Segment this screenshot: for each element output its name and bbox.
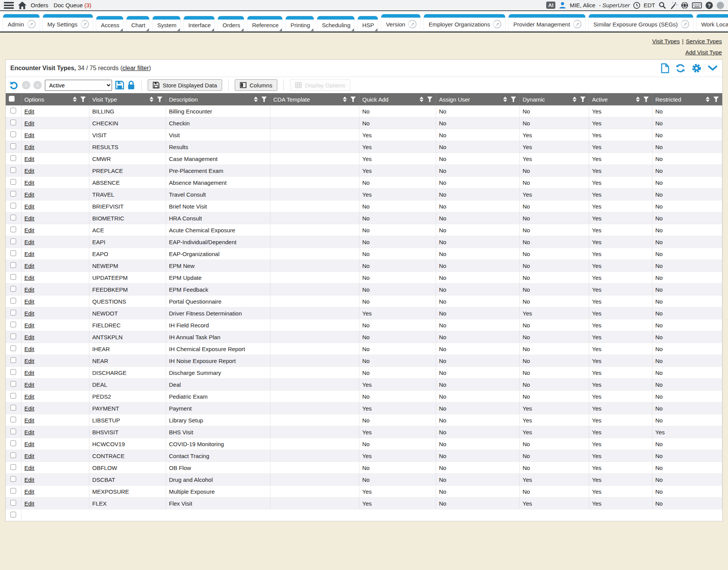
sort-icon[interactable]: [420, 97, 423, 102]
edit-link[interactable]: Edit: [25, 405, 35, 412]
refresh-icon[interactable]: [675, 64, 685, 73]
service-types-link[interactable]: Service Types: [686, 38, 722, 44]
sort-icon[interactable]: [254, 97, 258, 102]
filter-icon[interactable]: [351, 97, 356, 102]
select-all-checkbox[interactable]: [9, 96, 15, 102]
edit-link[interactable]: Edit: [25, 500, 35, 507]
open-in-new-icon[interactable]: ↗: [408, 20, 417, 28]
tab-my-settings[interactable]: My Settings↗: [43, 14, 93, 31]
open-in-new-icon[interactable]: ↗: [573, 20, 581, 28]
sort-icon[interactable]: [150, 97, 153, 102]
edit-link[interactable]: Edit: [25, 239, 35, 245]
column-label[interactable]: Active: [592, 96, 634, 103]
filter-icon[interactable]: [157, 97, 163, 102]
filter-icon[interactable]: [81, 97, 86, 102]
crumb-orders[interactable]: Orders: [31, 2, 48, 8]
edit-link[interactable]: Edit: [25, 156, 35, 162]
row-checkbox[interactable]: [10, 274, 16, 280]
edit-link[interactable]: Edit: [25, 488, 35, 495]
hamburger-menu-icon[interactable]: [4, 2, 14, 9]
row-checkbox[interactable]: [10, 345, 16, 351]
filter-icon[interactable]: [511, 97, 516, 102]
edit-link[interactable]: Edit: [25, 465, 35, 471]
filter-icon[interactable]: [580, 97, 586, 102]
row-checkbox[interactable]: [10, 452, 16, 458]
row-checkbox[interactable]: [10, 215, 16, 220]
edit-link[interactable]: Edit: [25, 203, 35, 210]
tab-hsp[interactable]: HSP: [358, 16, 378, 31]
edit-link[interactable]: Edit: [25, 215, 35, 222]
row-checkbox[interactable]: [10, 464, 16, 470]
tab-chart[interactable]: Chart: [127, 16, 149, 31]
row-checkbox[interactable]: [10, 238, 16, 244]
edit-link[interactable]: Edit: [25, 251, 35, 257]
row-checkbox[interactable]: [10, 488, 16, 494]
edit-link[interactable]: Edit: [25, 310, 35, 317]
column-label[interactable]: Restricted: [656, 96, 704, 103]
row-checkbox[interactable]: [10, 476, 16, 482]
undo-icon[interactable]: [9, 80, 19, 90]
row-checkbox[interactable]: [10, 298, 16, 304]
ai-badge[interactable]: AI: [546, 2, 555, 9]
edit-link[interactable]: Edit: [25, 191, 35, 198]
gear-icon[interactable]: [692, 63, 702, 73]
new-document-icon[interactable]: [661, 63, 669, 73]
wand-icon[interactable]: [670, 2, 677, 9]
sort-icon[interactable]: [343, 97, 347, 102]
row-checkbox[interactable]: [10, 440, 16, 446]
edit-link[interactable]: Edit: [25, 417, 35, 424]
row-checkbox[interactable]: [10, 500, 16, 506]
row-checkbox[interactable]: [10, 322, 16, 327]
edit-link[interactable]: Edit: [25, 358, 35, 364]
edit-link[interactable]: Edit: [25, 453, 35, 459]
open-in-new-icon[interactable]: ↗: [681, 20, 689, 28]
filter-icon[interactable]: [262, 97, 267, 102]
display-options-button[interactable]: Display Options: [290, 79, 350, 91]
row-checkbox[interactable]: [10, 310, 16, 315]
row-checkbox[interactable]: [10, 357, 16, 363]
tab-system[interactable]: System: [153, 16, 180, 31]
save-filter-icon[interactable]: [115, 80, 124, 90]
row-checkbox[interactable]: [10, 405, 16, 411]
filter-icon[interactable]: [713, 97, 719, 102]
row-checkbox[interactable]: [10, 286, 16, 292]
user-icon[interactable]: [559, 2, 566, 9]
collapse-chevron-icon[interactable]: [708, 65, 718, 71]
tab-printing[interactable]: Printing: [286, 16, 314, 31]
tab-similar-exposure-groups-segs-[interactable]: Similar Exposure Groups (SEGs)↗: [589, 14, 693, 31]
row-checkbox[interactable]: [10, 250, 16, 256]
sort-icon[interactable]: [503, 97, 507, 102]
open-in-new-icon[interactable]: ↗: [27, 20, 36, 28]
column-label[interactable]: Quick Add: [362, 96, 417, 103]
tab-version[interactable]: Version↗: [381, 14, 420, 31]
prev-page-button[interactable]: ‹: [22, 81, 30, 89]
edit-link[interactable]: Edit: [25, 168, 35, 174]
help-icon[interactable]: ?: [705, 2, 713, 9]
home-icon[interactable]: [18, 1, 27, 10]
keyboard-icon[interactable]: [692, 2, 702, 9]
tab-scheduling[interactable]: Scheduling: [317, 16, 354, 31]
edit-link[interactable]: Edit: [25, 227, 35, 233]
sort-icon[interactable]: [73, 97, 77, 102]
column-label[interactable]: Visit Type: [92, 96, 147, 103]
user-name[interactable]: MIE, Alice: [570, 2, 595, 8]
status-filter-select[interactable]: Active: [45, 80, 112, 91]
crumb-doc-queue[interactable]: Doc Queue (3): [54, 2, 91, 8]
edit-link[interactable]: Edit: [25, 120, 35, 126]
row-checkbox[interactable]: [10, 191, 16, 197]
tab-access[interactable]: Access: [96, 16, 123, 31]
row-checkbox[interactable]: [10, 155, 16, 161]
columns-button[interactable]: Columns: [235, 79, 277, 91]
tab-employer-organizations[interactable]: Employer Organizations↗: [424, 14, 505, 31]
row-checkbox[interactable]: [10, 333, 16, 339]
globe-icon[interactable]: [681, 2, 688, 9]
tab-provider-management[interactable]: Provider Management↗: [509, 14, 585, 31]
edit-link[interactable]: Edit: [25, 144, 35, 150]
tab-reference[interactable]: Reference: [247, 16, 282, 31]
edit-link[interactable]: Edit: [25, 263, 35, 269]
sort-icon[interactable]: [706, 97, 710, 102]
edit-link[interactable]: Edit: [25, 322, 35, 329]
column-label[interactable]: CDA Template: [273, 96, 341, 103]
lock-icon[interactable]: [127, 80, 135, 90]
row-checkbox[interactable]: [10, 203, 16, 209]
